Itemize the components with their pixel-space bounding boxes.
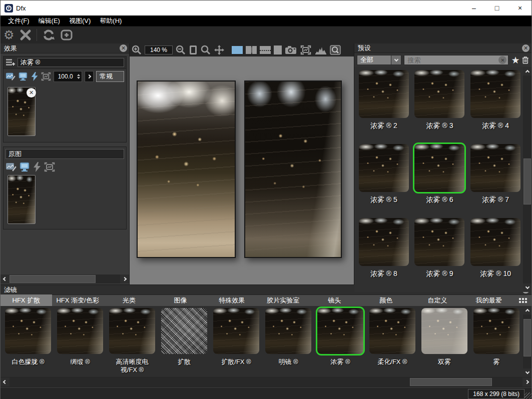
scroll-right-icon[interactable] [120, 274, 129, 284]
filter-thumbnail[interactable] [473, 308, 519, 354]
preset-item[interactable]: 浓雾 ® 6 [413, 144, 466, 218]
preset-item[interactable]: 浓雾 ® 5 [357, 144, 410, 218]
preset-item[interactable]: 浓雾 ® 9 [413, 218, 466, 292]
remove-x-icon[interactable] [20, 29, 32, 41]
preset-item[interactable]: 浓雾 ® 2 [357, 70, 410, 144]
histogram-icon[interactable] [315, 46, 327, 54]
mask-frame-icon[interactable] [44, 162, 55, 172]
pan-move-icon[interactable] [214, 44, 225, 56]
filter-item[interactable]: 明镜 ® [262, 308, 314, 377]
split-horizontal-icon[interactable] [260, 46, 271, 54]
search-input[interactable] [404, 56, 498, 64]
filter-item[interactable]: 雾 [470, 308, 522, 377]
menu-item[interactable]: 编辑(E) [34, 16, 65, 26]
single-view-icon[interactable] [274, 46, 282, 54]
scroll-down-icon[interactable] [523, 284, 531, 292]
preset-search[interactable]: ✕ [404, 55, 508, 65]
preset-item[interactable]: 浓雾 ® 4 [469, 70, 522, 144]
preview-canvas[interactable] [130, 56, 354, 284]
effects-horizontal-scrollbar[interactable] [1, 274, 129, 284]
preset-category-dropdown[interactable]: 全部 [357, 55, 401, 65]
settings-gear-icon[interactable]: ⚙ [4, 29, 15, 41]
edit-image-icon[interactable] [6, 72, 16, 82]
zoom-tool-icon[interactable] [201, 45, 211, 55]
remove-effect-icon[interactable]: ✕ [27, 88, 36, 98]
preset-thumbnail[interactable] [359, 144, 409, 192]
menu-item[interactable]: 文件(F) [4, 16, 34, 26]
split-side-by-side-icon[interactable] [232, 46, 243, 54]
filter-category-tab[interactable]: 胶片实验室 [258, 294, 309, 306]
blend-mode-field[interactable]: 常规 [96, 71, 124, 82]
preview-image-original[interactable] [244, 80, 342, 258]
scroll-down-icon[interactable] [523, 368, 531, 377]
filter-category-tab[interactable]: 特殊效果 [206, 294, 258, 306]
preset-item[interactable]: 浓雾 ® 10 [469, 218, 522, 292]
filter-thumbnail[interactable] [369, 308, 415, 354]
fit-page-icon[interactable] [189, 45, 198, 55]
opacity-spinner[interactable]: 100.0 [54, 71, 82, 82]
presets-panel-close-icon[interactable]: ✕ [522, 44, 529, 52]
filter-thumbnail[interactable] [57, 308, 103, 354]
close-button[interactable]: × [508, 0, 531, 16]
filter-item[interactable]: 绸缎 ® [54, 308, 106, 377]
scroll-left-icon[interactable] [1, 378, 10, 386]
maximize-button[interactable]: □ [485, 0, 508, 16]
preview-loupe-icon[interactable] [330, 45, 341, 55]
refresh-icon[interactable] [42, 29, 55, 41]
preset-item[interactable]: 浓雾 ® 3 [413, 70, 466, 144]
preset-item[interactable]: 浓雾 ® 7 [469, 144, 522, 218]
scroll-up-icon[interactable] [523, 67, 531, 76]
preset-thumbnail[interactable] [470, 144, 520, 192]
edit-image-icon[interactable] [6, 162, 17, 172]
filter-category-tab[interactable]: 我的最爱 [463, 294, 514, 306]
preset-item[interactable]: 浓雾 ® 8 [357, 218, 410, 292]
render-lightning-icon[interactable] [31, 72, 39, 82]
filter-category-tab[interactable]: 颜色 [360, 294, 412, 306]
filter-item[interactable]: 高清晰度电视/FX ® [106, 308, 158, 377]
preview-image-effect[interactable] [137, 80, 236, 258]
filter-item[interactable]: 扩散/FX ® [210, 308, 262, 377]
preset-thumbnail[interactable] [414, 218, 464, 266]
filter-item[interactable]: 浓雾 ® [314, 308, 366, 377]
filter-category-tab[interactable]: 光类 [103, 294, 155, 306]
split-vertical-icon[interactable] [246, 46, 257, 54]
effect-name-field[interactable]: 浓雾 ® [18, 58, 124, 67]
filter-item[interactable]: 扩散 [158, 308, 210, 377]
minimize-button[interactable]: – [462, 0, 485, 16]
filter-item[interactable]: 双雾 [418, 308, 470, 377]
scroll-left-icon[interactable] [1, 274, 10, 284]
monitor-preview-icon[interactable] [18, 72, 28, 82]
effects-panel-close-icon[interactable]: ✕ [120, 44, 127, 52]
snapshot-camera-icon[interactable] [285, 46, 297, 54]
filter-thumbnail[interactable] [317, 308, 363, 354]
filter-item[interactable]: 白色朦胧 ® [2, 308, 54, 377]
original-thumbnail[interactable] [8, 175, 36, 224]
filter-thumbnail[interactable] [421, 308, 467, 354]
presets-vertical-scrollbar[interactable] [523, 67, 531, 292]
favorite-star-icon[interactable]: ★ [511, 56, 519, 65]
filters-vertical-scrollbar[interactable] [523, 306, 531, 377]
zoom-out-icon[interactable] [176, 45, 186, 55]
trash-icon[interactable] [522, 55, 529, 65]
scroll-right-icon[interactable] [522, 378, 531, 386]
preset-thumbnail[interactable] [470, 70, 520, 118]
zoom-in-icon[interactable] [132, 45, 142, 55]
preset-thumbnail[interactable] [414, 144, 464, 192]
chevron-down-icon[interactable] [391, 56, 401, 64]
filter-thumbnail[interactable] [213, 308, 259, 354]
spinner-up-icon[interactable] [77, 74, 80, 76]
grid-view-icon[interactable] [514, 298, 531, 303]
filter-item[interactable]: 柔化/FX ® [366, 308, 418, 377]
preset-thumbnail[interactable] [470, 218, 520, 266]
filters-horizontal-scrollbar[interactable] [1, 377, 531, 387]
filter-category-tab[interactable]: 镜头 [309, 294, 360, 306]
spinner-down-icon[interactable] [77, 77, 80, 79]
preset-thumbnail[interactable] [414, 70, 464, 118]
preset-thumbnail[interactable] [359, 218, 409, 266]
render-lightning-icon[interactable] [33, 162, 42, 172]
filter-thumbnail[interactable] [5, 308, 51, 354]
snapshot-frame-icon[interactable] [60, 29, 73, 41]
filter-thumbnail[interactable] [161, 308, 207, 354]
filter-category-tab[interactable]: 图像 [155, 294, 206, 306]
filter-category-tab[interactable]: HFX 渐变/色彩 [52, 294, 104, 306]
